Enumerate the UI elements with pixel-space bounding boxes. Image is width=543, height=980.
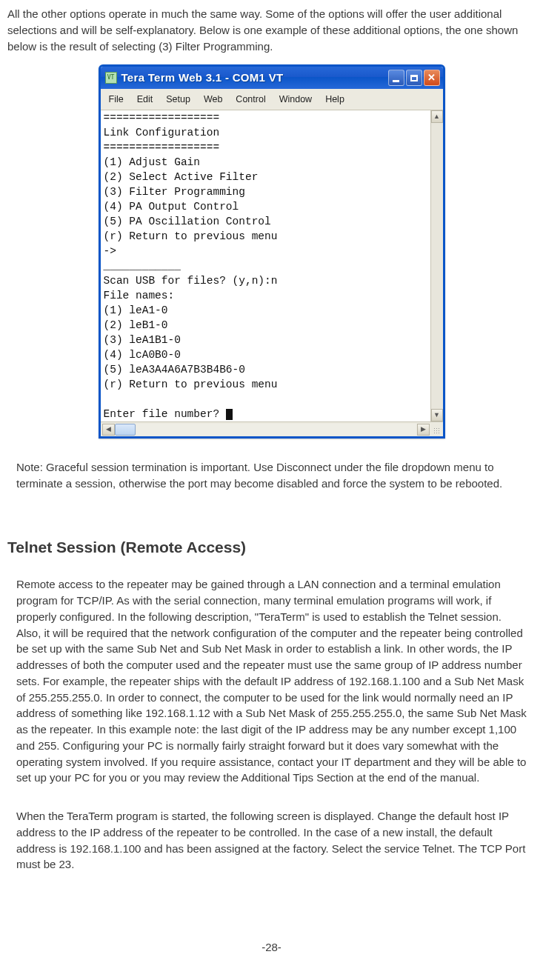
- menu-edit[interactable]: Edit: [130, 91, 160, 107]
- menu-window[interactable]: Window: [273, 91, 319, 107]
- minimize-icon: [393, 80, 399, 82]
- minimize-button[interactable]: [388, 70, 404, 86]
- menubar: File Edit Setup Web Control Window Help: [101, 89, 443, 110]
- scroll-left-button[interactable]: ◀: [102, 424, 115, 436]
- menu-setup[interactable]: Setup: [159, 91, 197, 107]
- terminal-output[interactable]: ================== Link Configuration ==…: [101, 110, 430, 421]
- hscroll-track[interactable]: [136, 424, 416, 436]
- telnet-paragraph-2: When the TeraTerm program is started, th…: [16, 808, 527, 873]
- vertical-scrollbar[interactable]: ▲ ▼: [430, 110, 443, 421]
- menu-file[interactable]: File: [102, 91, 130, 107]
- screenshot-container: VT Tera Term Web 3.1 - COM1 VT ✕ File Ed…: [7, 64, 536, 439]
- app-icon: VT: [105, 72, 117, 84]
- grip-icon: [433, 427, 440, 434]
- window-title: Tera Term Web 3.1 - COM1 VT: [121, 70, 388, 86]
- statusbar: ◀ ▶: [101, 421, 443, 436]
- close-button[interactable]: ✕: [424, 70, 440, 86]
- scroll-down-button[interactable]: ▼: [431, 409, 443, 421]
- telnet-paragraph-1: Remote access to the repeater may be gai…: [16, 576, 527, 786]
- scroll-right-button[interactable]: ▶: [417, 424, 430, 436]
- maximize-button[interactable]: [406, 70, 422, 86]
- cursor: [226, 409, 233, 420]
- page-number: -28-: [7, 939, 536, 956]
- scroll-up-button[interactable]: ▲: [431, 110, 443, 123]
- app-window: VT Tera Term Web 3.1 - COM1 VT ✕ File Ed…: [99, 64, 445, 439]
- menu-help[interactable]: Help: [319, 91, 351, 107]
- note-paragraph: Note: Graceful session termination is im…: [16, 459, 527, 492]
- menu-control[interactable]: Control: [229, 91, 272, 107]
- resize-grip[interactable]: [430, 424, 442, 436]
- maximize-icon: [410, 75, 418, 81]
- hscroll-thumb[interactable]: [115, 424, 136, 436]
- titlebar: VT Tera Term Web 3.1 - COM1 VT ✕: [101, 67, 443, 89]
- intro-paragraph: All the other options operate in much th…: [7, 6, 536, 54]
- close-icon: ✕: [427, 71, 436, 85]
- menu-web[interactable]: Web: [197, 91, 229, 107]
- section-heading: Telnet Session (Remote Access): [7, 536, 536, 559]
